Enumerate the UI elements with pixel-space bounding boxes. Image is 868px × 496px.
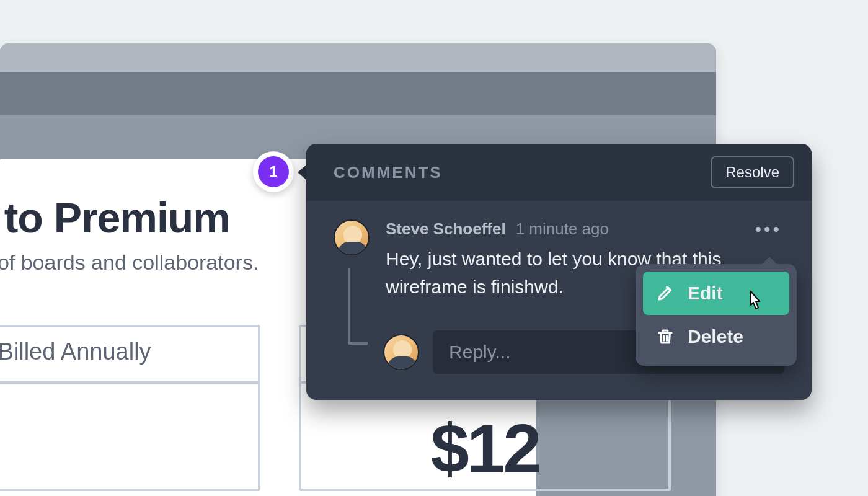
comment-count-value: 1 (258, 156, 289, 187)
comments-title: Comments (334, 163, 443, 182)
pencil-icon (655, 283, 675, 303)
pricing-value-annual (0, 384, 258, 409)
hero-title: Upgrade to Premium (0, 193, 230, 242)
trash-icon (655, 327, 675, 347)
pricing-col-annual: Billed Annually (0, 325, 260, 491)
avatar[interactable] (334, 219, 370, 255)
avatar[interactable] (383, 334, 419, 370)
comments-header: Comments Resolve (306, 144, 812, 201)
hero-subtitle: Unlimited number of boards and collabora… (0, 250, 259, 275)
popover-pointer (298, 165, 306, 180)
delete-button[interactable]: Delete (643, 315, 789, 358)
comment-count-badge[interactable]: 1 (253, 151, 294, 192)
more-icon[interactable]: ••• (752, 220, 784, 239)
edit-button[interactable]: Edit (643, 272, 789, 315)
comment-actions-menu: Edit Delete (636, 264, 797, 366)
window-titlebar (0, 43, 716, 72)
comment-author: Steve Schoeffel (386, 219, 506, 239)
comment-timestamp: 1 minute ago (516, 219, 609, 239)
pricing-header-annual: Billed Annually (0, 327, 258, 384)
window-toolbar (0, 72, 716, 115)
edit-label: Edit (688, 283, 723, 304)
resolve-button[interactable]: Resolve (711, 156, 794, 188)
thread-connector (348, 268, 368, 345)
delete-label: Delete (688, 326, 743, 347)
